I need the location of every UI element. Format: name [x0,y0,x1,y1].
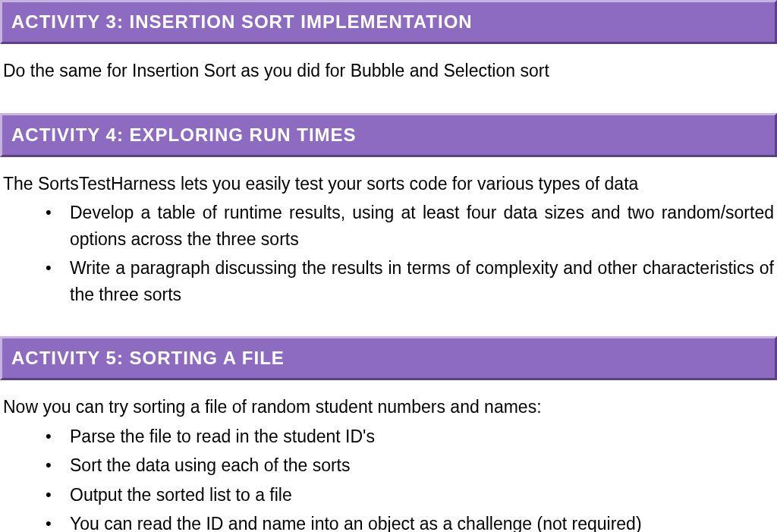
activity-title: ACTIVITY 5: SORTING A FILE [11,348,285,368]
bullet-text: Write a paragraph discussing the results… [70,258,774,304]
activity-bullets: Parse the file to read in the student ID… [3,423,774,533]
bullet-text: Develop a table of runtime results, usin… [70,203,774,249]
list-item: Parse the file to read in the student ID… [55,423,774,450]
activity-intro: The SortsTestHarness lets you easily tes… [3,171,774,197]
activity-bullets: Develop a table of runtime results, usin… [3,200,774,307]
activity-body: Now you can try sorting a file of random… [0,394,777,532]
activity-title: ACTIVITY 4: EXPLORING RUN TIMES [11,124,357,145]
activity-header: ACTIVITY 4: EXPLORING RUN TIMES [0,113,777,157]
list-item: You can read the ID and name into an obj… [55,511,774,532]
bullet-text: Output the sorted list to a file [70,485,292,505]
bullet-text: Parse the file to read in the student ID… [70,427,375,446]
bullet-text: Sort the data using each of the sorts [70,455,351,475]
list-item: Sort the data using each of the sorts [55,452,774,479]
list-item: Output the sorted list to a file [55,482,774,508]
activity-title: ACTIVITY 3: INSERTION SORT IMPLEMENTATIO… [11,11,473,32]
activity-body: Do the same for Insertion Sort as you di… [0,58,777,84]
activity-block: ACTIVITY 4: EXPLORING RUN TIMES The Sort… [0,113,777,308]
list-item: Develop a table of runtime results, usin… [55,200,774,252]
activity-body: The SortsTestHarness lets you easily tes… [0,171,777,308]
activity-header: ACTIVITY 3: INSERTION SORT IMPLEMENTATIO… [0,0,777,44]
bullet-text: You can read the ID and name into an obj… [70,514,642,532]
list-item: Write a paragraph discussing the results… [55,255,774,307]
activity-intro: Do the same for Insertion Sort as you di… [3,58,774,84]
activity-block: ACTIVITY 3: INSERTION SORT IMPLEMENTATIO… [0,0,777,84]
activity-intro: Now you can try sorting a file of random… [3,394,774,420]
activity-block: ACTIVITY 5: SORTING A FILE Now you can t… [0,336,777,532]
activity-header: ACTIVITY 5: SORTING A FILE [0,336,777,380]
